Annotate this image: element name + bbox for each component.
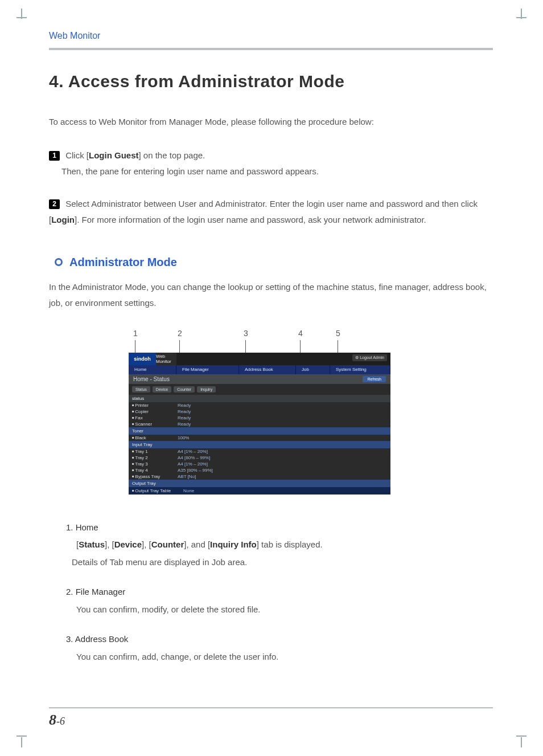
subtab-device[interactable]: Device — [153, 386, 171, 393]
bullet-icon — [55, 258, 63, 266]
list-body: You can confirm, modify, or delete the s… — [76, 602, 493, 618]
inquiry-info-label: Inquiry Info — [210, 540, 257, 549]
step-2: 2 Select Administrator between User and … — [49, 196, 493, 228]
nav-job[interactable]: Job — [296, 365, 330, 374]
main-heading: 4. Access from Administrator Mode — [49, 72, 493, 91]
crop-mark — [15, 739, 20, 749]
callout-3: 3 — [244, 329, 248, 338]
web-monitor-screenshot: sindoh Web Monitor ⚙ Logout Admin Home F… — [129, 353, 390, 495]
table-row: CopierReady — [129, 408, 390, 415]
table-row: FaxReady — [129, 415, 390, 421]
gear-icon: ⚙ — [355, 355, 359, 360]
step-1-text-pre: Click [ — [65, 150, 89, 160]
list-item-address-book: 3. Address Book You can confirm, add, ch… — [66, 631, 493, 665]
table-row: Output Tray TableNone — [129, 487, 390, 495]
counter-label: Counter — [151, 540, 184, 549]
page-header: Web Monitor — [49, 31, 493, 41]
table-row: Tray 3A4 [1% – 20%] — [129, 461, 390, 467]
subtab-inquiry[interactable]: Inquiry — [197, 386, 216, 393]
table-row: Tray 1A4 [1% – 20%] — [129, 448, 390, 455]
table-row: ScannerReady — [129, 421, 390, 427]
step-marker-icon: 2 — [49, 199, 60, 209]
heading-text: Access from Administrator Mode — [68, 72, 345, 91]
list-title: 2. File Manager — [66, 584, 493, 600]
crop-mark — [15, 7, 20, 17]
callout-2: 2 — [178, 329, 182, 338]
logout-label: Logout Admin — [360, 355, 384, 359]
list-item-file-manager: 2. File Manager You can confirm, modify,… — [66, 584, 493, 618]
table-row: PrinterReady — [129, 402, 390, 408]
section-toner: Toner — [129, 427, 390, 435]
footer-rule — [49, 708, 493, 708]
step-1: 1 Click [Login Guest] on the top page. T… — [49, 148, 493, 180]
step-1-text-post: ] on the top page. — [139, 150, 205, 160]
list-title: 3. Address Book — [66, 631, 493, 648]
nav-file-manager[interactable]: File Manager — [176, 365, 239, 374]
step-1-line2: Then, the pane for entering login user n… — [61, 164, 493, 180]
nav-system-setting[interactable]: System Setting — [330, 365, 390, 374]
step-2-text-post: ]. For more information of the login use… — [75, 215, 426, 224]
status-label: Status — [79, 540, 105, 549]
list-body: You can confirm, add, change, or delete … — [76, 649, 493, 665]
intro-paragraph: To access to Web Monitor from Manager Mo… — [49, 114, 493, 130]
subheading: Administrator Mode — [69, 256, 177, 269]
crop-mark — [523, 7, 528, 17]
page-number: 8-6 — [49, 712, 65, 729]
sub-paragraph: In the Administrator Mode, you can chang… — [49, 279, 493, 312]
logout-button[interactable]: ⚙ Logout Admin — [352, 354, 387, 361]
table-row: Tray 4A35 [80% – 99%] — [129, 467, 390, 473]
login-label: Login — [51, 215, 75, 224]
header-rule — [49, 48, 493, 50]
refresh-button[interactable]: Refresh — [363, 376, 386, 382]
subtab-status[interactable]: Status — [132, 386, 150, 393]
crop-mark — [523, 739, 528, 749]
callout-4: 4 — [298, 329, 303, 338]
breadcrumb: Home - Status — [133, 376, 170, 382]
table-row: Tray 2A4 [80% – 99%] — [129, 455, 390, 461]
table-row: Black100% — [129, 435, 390, 441]
subtab-counter[interactable]: Counter — [174, 386, 195, 393]
nav-address-book[interactable]: Address Book — [239, 365, 296, 374]
login-guest-label: Login Guest — [89, 150, 139, 160]
section-input-tray: Input Tray — [129, 441, 390, 448]
callout-1: 1 — [133, 329, 138, 338]
screenshot-figure: 1 2 3 4 5 sindoh Web Monitor ⚙ Logout Ad… — [129, 329, 402, 495]
section-output-tray: Output Tray — [129, 480, 390, 487]
list-body2: Details of Tab menu are displayed in Job… — [72, 554, 493, 571]
step-marker-icon: 1 — [49, 151, 60, 161]
nav-home[interactable]: Home — [129, 365, 176, 374]
logo: sindoh — [129, 353, 156, 365]
table-row: Bypass TrayABT [No] — [129, 473, 390, 480]
heading-number: 4. — [49, 72, 64, 91]
list-item-home: 1. Home [Status], [Device], [Counter], a… — [66, 520, 493, 571]
list-title: 1. Home — [66, 520, 493, 536]
callout-5: 5 — [336, 329, 340, 338]
device-label: Device — [114, 540, 142, 549]
section-status: status — [129, 395, 390, 402]
brand-label: Web Monitor — [156, 353, 176, 365]
